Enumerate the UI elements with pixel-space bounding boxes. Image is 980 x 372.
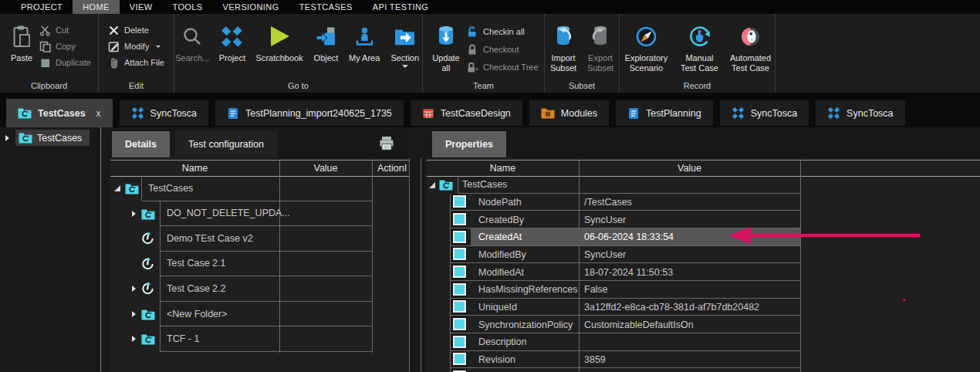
table-grid-icon — [422, 107, 434, 120]
search-icon — [182, 21, 203, 52]
tosca-logo-icon — [732, 107, 745, 120]
section-button[interactable]: Section — [387, 21, 422, 68]
automated-test-case-button[interactable]: Automated Test Case — [726, 21, 775, 73]
my-area-button[interactable]: My Area — [347, 21, 382, 63]
tree-row-test-case-21[interactable]: Test Case 2.1 — [110, 252, 410, 277]
menu-versioning[interactable]: VERSIONING — [213, 0, 289, 14]
property-square-icon — [453, 195, 466, 208]
property-row-uniqueid[interactable]: UniqueId 3a12ffd2-e8ca-cb78-381d-af7b7db… — [427, 299, 980, 316]
my-area-person-icon — [353, 21, 376, 52]
tree-row-test-case-22[interactable]: Test Case 2.2 — [110, 276, 410, 302]
paperclip-icon — [108, 57, 120, 69]
tab-testcases[interactable]: TestCases x — [6, 99, 113, 127]
tab-synctosca-3[interactable]: SyncTosca — [816, 100, 904, 126]
menu-home[interactable]: HOME — [73, 0, 120, 14]
panel-splitter[interactable] — [421, 158, 421, 372]
expander-expanded-icon[interactable] — [114, 185, 120, 191]
paste-button[interactable]: Paste — [7, 21, 36, 63]
group-label-edit: Edit — [99, 81, 174, 93]
chevron-down-icon — [402, 65, 408, 68]
lock-icon — [466, 43, 478, 56]
checkout-button[interactable]: Checkout — [466, 43, 539, 56]
testcases-folder-icon — [18, 107, 32, 119]
property-square-icon — [453, 283, 466, 296]
column-header-action[interactable]: ActionI — [377, 161, 410, 176]
compass-icon — [634, 21, 658, 52]
search-button[interactable]: Search... — [174, 21, 211, 63]
lock-tree-icon — [466, 61, 478, 73]
property-row-synchronizationpolicy[interactable]: SynchronizationPolicy CustomizableDefaul… — [427, 316, 980, 333]
menu-testcases[interactable]: TESTCASES — [289, 0, 363, 14]
import-subset-button[interactable]: Import Subset — [547, 21, 580, 73]
tab-test-configuration[interactable]: Test configuration — [175, 131, 277, 157]
tab-modules[interactable]: Modules — [529, 100, 609, 126]
close-icon[interactable]: x — [96, 108, 101, 119]
menu-api-testing[interactable]: API TESTING — [363, 0, 439, 14]
property-row-createdby[interactable]: CreatedBy SyncUser — [427, 211, 980, 228]
expander-collapsed-icon[interactable] — [5, 135, 9, 141]
property-row-createdat[interactable]: CreatedAt 06-06-2024 18:33:54 — [427, 228, 980, 246]
print-icon[interactable] — [378, 135, 395, 152]
paste-label: Paste — [11, 53, 32, 63]
cut-button[interactable]: Cut — [39, 24, 91, 36]
properties-grid: TestCases NodePath /TestCases CreatedBy … — [427, 176, 980, 372]
tab-synctosca-2[interactable]: SyncTosca — [720, 100, 809, 126]
tree-row-testcases-root[interactable]: TestCases — [427, 176, 980, 194]
property-row-description[interactable]: Description — [427, 333, 980, 351]
property-square-icon — [453, 265, 466, 278]
menu-tools[interactable]: TOOLS — [162, 0, 212, 14]
modify-button[interactable]: Modify — [108, 40, 164, 52]
column-header-name[interactable]: Name — [427, 161, 579, 176]
expander-collapsed-icon[interactable] — [132, 336, 136, 342]
attach-file-button[interactable]: Attach File — [108, 56, 164, 69]
export-subset-button[interactable]: Export Subset — [584, 21, 617, 73]
checkin-all-button[interactable]: Checkin all — [466, 25, 539, 38]
goto-object-button[interactable]: Object — [311, 21, 341, 63]
exploratory-scenario-button[interactable]: Exploratory Scenario — [620, 21, 673, 73]
paste-icon — [12, 21, 32, 52]
duplicate-button[interactable]: Duplicate — [39, 56, 91, 69]
ribbon-group-team: Update all Checkin all Checkout Checkout… — [423, 14, 545, 93]
property-row-modifiedat[interactable]: ModifiedAt 18-07-2024 11:50:53 — [427, 263, 980, 281]
tab-synctosca-1[interactable]: SyncTosca — [120, 100, 208, 126]
property-row-modifiedby[interactable]: ModifiedBy SyncUser — [427, 246, 980, 264]
goto-project-button[interactable]: Project — [217, 21, 248, 63]
expander-collapsed-icon[interactable] — [132, 211, 136, 217]
property-square-icon — [453, 336, 466, 348]
tree-row-do-not-delete[interactable]: DO_NOT_DELETE_UPDA... — [110, 201, 410, 227]
menu-view[interactable]: VIEW — [120, 0, 163, 14]
update-all-button[interactable]: Update all — [429, 21, 463, 73]
menu-project[interactable]: PROJECT — [11, 0, 73, 14]
tab-properties[interactable]: Properties — [432, 131, 506, 157]
expander-collapsed-icon[interactable] — [132, 311, 136, 317]
tree-row-testcases-root[interactable]: TestCases — [110, 176, 410, 201]
tree-row-demo-test-case[interactable]: Demo TEst Case v2 — [110, 226, 410, 252]
testcases-folder-icon — [19, 132, 32, 144]
checkout-tree-button[interactable]: Checkout Tree — [466, 61, 539, 73]
property-row-revision[interactable]: Revision 3859 — [427, 351, 980, 369]
column-header-value[interactable]: Value — [279, 161, 372, 176]
testcases-folder-icon — [125, 183, 139, 194]
delete-button[interactable]: Delete — [108, 24, 164, 36]
sidebar-tree-testcases[interactable]: TestCases — [0, 130, 90, 146]
manual-test-case-button[interactable]: Manual Test Case — [678, 21, 721, 73]
tab-testcasedesign[interactable]: TestCaseDesign — [411, 100, 522, 126]
tree-row-tcf-1[interactable]: TCF - 1 — [110, 326, 410, 352]
expander-expanded-icon[interactable] — [429, 182, 435, 188]
tree-row-new-folder[interactable]: <New Folder> — [110, 302, 410, 327]
scissors-icon — [39, 25, 51, 36]
expander-collapsed-icon[interactable] — [132, 286, 136, 292]
tab-testplanning-import[interactable]: TestPlanning_import240625_1735 — [215, 100, 404, 126]
panel-splitter[interactable] — [100, 127, 101, 372]
scratchbook-button[interactable]: Scratchbook — [254, 21, 305, 63]
column-header-value[interactable]: Value — [579, 161, 800, 176]
object-icon — [315, 21, 336, 52]
property-row-nodepath[interactable]: NodePath /TestCases — [427, 194, 980, 211]
property-row-hasmissingreferences[interactable]: HasMissingReferences False — [427, 281, 980, 299]
duplicate-icon — [39, 57, 51, 69]
tab-testplanning[interactable]: TestPlanning — [616, 100, 713, 126]
tab-details[interactable]: Details — [112, 131, 170, 157]
column-header-name[interactable]: Name — [110, 161, 279, 176]
scratchbook-play-icon — [267, 21, 292, 52]
copy-button[interactable]: Copy — [39, 40, 91, 52]
